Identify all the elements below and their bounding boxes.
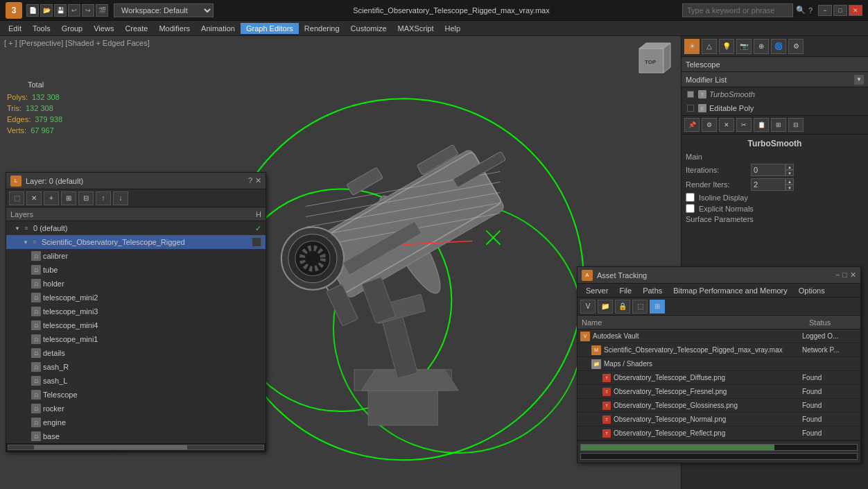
make-unique-button[interactable]: ⊞: [771, 118, 786, 132]
menu-item-customize[interactable]: Customize: [345, 23, 392, 34]
asset-max-file[interactable]: M Scientific_Observatory_Telescope_Rigge…: [578, 343, 860, 357]
menu-item-views[interactable]: Views: [88, 23, 119, 34]
asset-reflect[interactable]: T Observatory_Telescope_Reflect.png Foun…: [578, 427, 860, 440]
layers-tool-1[interactable]: ⬚: [9, 191, 24, 205]
save-button[interactable]: 💾: [54, 4, 67, 17]
layers-tool-6[interactable]: ↓: [113, 191, 128, 205]
asset-minimize-button[interactable]: −: [835, 271, 840, 280]
asset-maximize-button[interactable]: □: [842, 271, 847, 280]
layer-item-base[interactable]: □ base: [6, 429, 266, 443]
layers-help-button[interactable]: ?: [248, 176, 252, 185]
menu-item-create[interactable]: Create: [119, 23, 153, 34]
helpers-icon[interactable]: ⊕: [754, 39, 769, 54]
menu-item-rendering[interactable]: Rendering: [299, 23, 345, 34]
render-button[interactable]: 🎬: [96, 4, 108, 17]
menu-item-graph-editors[interactable]: Graph Editors: [241, 23, 299, 34]
layer-item-holder[interactable]: □ holder: [6, 277, 266, 291]
asset-tool-2[interactable]: 📁: [598, 300, 613, 314]
open-button[interactable]: 📂: [40, 4, 53, 17]
layer-item-telescope-mini1[interactable]: □ telescope_mini1: [6, 332, 266, 346]
asset-menu-file[interactable]: File: [614, 286, 637, 295]
menu-item-animation[interactable]: Animation: [196, 23, 241, 34]
search-input[interactable]: [682, 3, 793, 17]
collapse-button[interactable]: ⊟: [788, 118, 804, 132]
expand-arrow-telescope[interactable]: ▼: [21, 238, 30, 246]
asset-tool-1[interactable]: V: [580, 300, 596, 314]
systems-icon[interactable]: ⚙: [788, 39, 804, 54]
modifier-list-dropdown[interactable]: ▼: [854, 75, 864, 85]
layers-tool-add[interactable]: +: [44, 191, 59, 205]
layers-scrollbar-thumb[interactable]: [34, 445, 187, 449]
asset-fresnel[interactable]: T Observatory_Telescope_Fresnel.png Foun…: [578, 385, 860, 399]
modifier-bulb-editablepoly[interactable]: [687, 105, 694, 112]
layer-item-tube[interactable]: □ tube: [6, 263, 266, 277]
menu-item-tools[interactable]: Tools: [27, 23, 56, 34]
asset-tool-3[interactable]: 🔒: [615, 300, 630, 314]
menu-item-edit[interactable]: Edit: [3, 23, 27, 34]
layers-tool-5[interactable]: ↑: [96, 191, 111, 205]
iterations-value[interactable]: [751, 164, 785, 176]
layer-item-telescope-mini4[interactable]: □ telescope_mini4: [6, 318, 266, 332]
layer-item-telescope-obj[interactable]: □ Telescope: [6, 388, 266, 402]
layer-item-details[interactable]: □ details: [6, 346, 266, 360]
help-icon[interactable]: ?: [808, 6, 813, 15]
asset-close-button[interactable]: ✕: [850, 271, 856, 280]
layers-tool-3[interactable]: ⊞: [61, 191, 76, 205]
modifier-bulb-turbosmooth[interactable]: [687, 91, 694, 98]
expand-arrow-default[interactable]: ▼: [13, 224, 21, 232]
asset-menu-server[interactable]: Server: [580, 286, 614, 295]
editablepoly-modifier[interactable]: E Editable Poly: [682, 101, 868, 115]
renderiters-up[interactable]: ▲: [785, 178, 794, 185]
asset-tool-5[interactable]: ⊞: [650, 300, 665, 314]
menu-item-maxscript[interactable]: MAXScript: [392, 23, 440, 34]
iterations-down[interactable]: ▼: [785, 170, 794, 176]
layer-item-sash-l[interactable]: □ sash_L: [6, 374, 266, 388]
layers-tool-delete[interactable]: ✕: [26, 191, 42, 205]
renderiters-value[interactable]: [751, 178, 785, 191]
renderiters-down[interactable]: ▼: [785, 185, 794, 191]
layer-item-calibrer[interactable]: □ calibrer: [6, 249, 266, 263]
search-icon[interactable]: 🔍: [796, 6, 806, 15]
asset-vault[interactable]: V Autodesk Vault Logged O...: [578, 329, 860, 343]
iterations-up[interactable]: ▲: [785, 164, 794, 170]
layers-tool-4[interactable]: ⊟: [78, 191, 94, 205]
asset-diffuse[interactable]: T Observatory_Telescope_Diffuse.png Foun…: [578, 371, 860, 385]
turbosmooth-modifier[interactable]: T TurboSmooth: [682, 87, 868, 101]
layer-item-sash-r[interactable]: □ sash_R: [6, 360, 266, 374]
asset-menu-options[interactable]: Options: [793, 286, 831, 295]
paste-modifier-button[interactable]: 📋: [754, 118, 769, 132]
cut-modifier-button[interactable]: ✂: [736, 118, 752, 132]
minimize-button[interactable]: −: [818, 5, 832, 16]
layer-item-telescope-mini2[interactable]: □ telescope_mini2: [6, 291, 266, 304]
layer-item-telescope-rigged[interactable]: ▼ ≡ Scientific_Observatory_Telescope_Rig…: [6, 235, 266, 249]
menu-item-modifiers[interactable]: Modifiers: [153, 23, 196, 34]
close-button[interactable]: ✕: [849, 5, 862, 16]
layers-close-button[interactable]: ✕: [255, 176, 261, 185]
new-button[interactable]: 📄: [26, 4, 39, 17]
layers-scrollbar[interactable]: [6, 443, 266, 452]
lights-icon[interactable]: 💡: [719, 39, 734, 54]
redo-button[interactable]: ↪: [82, 4, 94, 17]
isoline-checkbox[interactable]: [686, 193, 695, 202]
layer-item-rocker[interactable]: □ rocker: [6, 402, 266, 415]
menu-item-help[interactable]: Help: [440, 23, 467, 34]
undo-button[interactable]: ↩: [68, 4, 80, 17]
workspace-selector[interactable]: Workspace: Default: [114, 3, 214, 17]
layer-item-default[interactable]: ▼ ≡ 0 (default) ✓: [6, 221, 266, 235]
spacewarps-icon[interactable]: 🌀: [771, 39, 786, 54]
maximize-button[interactable]: □: [833, 5, 847, 16]
asset-glossiness[interactable]: T Observatory_Telescope_Glossiness.png F…: [578, 399, 860, 413]
asset-tool-4[interactable]: ⬚: [632, 300, 648, 314]
asset-menu-paths[interactable]: Paths: [637, 286, 668, 295]
menu-item-group[interactable]: Group: [56, 23, 89, 34]
explicit-normals-checkbox[interactable]: [686, 204, 695, 213]
configure-button[interactable]: ⚙: [702, 118, 717, 132]
asset-maps-folder[interactable]: 📁 Maps / Shaders: [578, 357, 860, 371]
asset-menu-bitmap[interactable]: Bitmap Performance and Memory: [668, 286, 792, 295]
object-name-input[interactable]: Telescope: [686, 60, 864, 69]
shapes-icon[interactable]: △: [702, 39, 717, 54]
cameras-icon[interactable]: 📷: [736, 39, 752, 54]
layers-scrollbar-track[interactable]: [8, 445, 264, 450]
display-icon[interactable]: ☀: [684, 39, 700, 54]
delete-modifier-button[interactable]: ✕: [719, 118, 734, 132]
